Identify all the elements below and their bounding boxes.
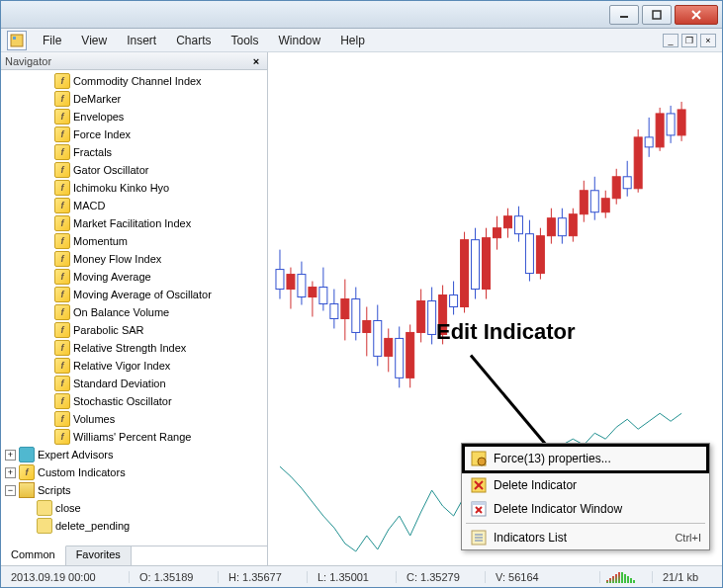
chart-area[interactable]: Edit Indicator Force(13) properties... D… (268, 52, 722, 565)
tree-indicator-12[interactable]: fMoving Average of Oscillator (1, 286, 267, 303)
tree-expert-advisors[interactable]: +Expert Advisors (1, 446, 267, 463)
svg-rect-73 (634, 137, 642, 189)
tree-indicator-8[interactable]: fMarket Facilitation Index (1, 214, 267, 232)
tree-indicator-16[interactable]: fRelative Vigor Index (1, 357, 267, 375)
tree-label: Market Facilitation Index (73, 214, 191, 232)
tree-custom-indicators[interactable]: +fCustom Indicators (1, 463, 267, 481)
tree-label: Williams' Percent Range (73, 428, 191, 446)
minimize-button[interactable] (609, 5, 639, 25)
svg-rect-49 (503, 216, 511, 228)
navigator-tree[interactable]: fCommodity Channel IndexfDeMarkerfEnvelo… (1, 70, 267, 546)
tree-label: Volumes (73, 410, 115, 428)
ic-indicator-icon: f (54, 287, 70, 302)
navigator-close-button[interactable]: × (249, 54, 263, 68)
ic-indicator-icon: f (54, 358, 70, 374)
ctx-separator (466, 523, 705, 524)
svg-rect-59 (558, 218, 566, 236)
svg-rect-17 (330, 304, 338, 319)
tree-indicator-11[interactable]: fMoving Average (1, 268, 267, 286)
svg-rect-61 (569, 214, 577, 236)
tree-indicator-17[interactable]: fStandard Deviation (1, 375, 267, 392)
svg-rect-77 (656, 114, 664, 147)
annotation-text: Edit Indicator (436, 319, 576, 345)
tree-script-1[interactable]: delete_pending (1, 517, 267, 535)
maximize-button[interactable] (642, 5, 672, 25)
svg-rect-75 (645, 137, 653, 147)
svg-rect-81 (678, 110, 685, 135)
navigator-header: Navigator × (1, 52, 267, 70)
ctx-properties[interactable]: Force(13) properties... (462, 444, 709, 473)
svg-rect-25 (374, 320, 382, 356)
menu-insert[interactable]: Insert (117, 31, 166, 50)
svg-rect-47 (494, 228, 501, 238)
child-minimize-button[interactable]: _ (663, 34, 678, 47)
tree-script-0[interactable]: close (1, 499, 267, 517)
navigator-panel: Navigator × fCommodity Channel IndexfDeM… (1, 52, 268, 565)
ic-script-icon (37, 500, 52, 516)
tab-favorites[interactable]: Favorites (66, 546, 132, 565)
tree-expander[interactable]: + (5, 450, 16, 461)
ic-script-icon (37, 518, 52, 534)
ic-indicator-icon: f (54, 144, 70, 160)
tree-label: Custom Indicators (38, 463, 126, 481)
child-restore-button[interactable]: ❐ (681, 34, 697, 47)
tree-label: Parabolic SAR (73, 321, 144, 339)
ctx-delete-indicator[interactable]: Delete Indicator (462, 473, 709, 497)
tree-expander[interactable]: − (5, 485, 16, 496)
svg-rect-79 (667, 114, 675, 135)
menu-file[interactable]: File (33, 31, 71, 50)
menu-view[interactable]: View (71, 31, 117, 50)
svg-rect-15 (319, 288, 327, 304)
svg-rect-51 (514, 216, 522, 234)
tree-indicator-3[interactable]: fForce Index (1, 126, 267, 143)
tree-indicator-6[interactable]: fIchimoku Kinko Hyo (1, 179, 267, 197)
child-close-button[interactable]: × (700, 34, 716, 47)
svg-rect-19 (341, 299, 349, 319)
tree-indicator-18[interactable]: fStochastic Oscillator (1, 392, 267, 410)
svg-rect-33 (417, 301, 425, 333)
tree-indicator-19[interactable]: fVolumes (1, 410, 267, 428)
tree-label: Relative Strength Index (73, 339, 186, 357)
svg-rect-69 (612, 177, 620, 199)
properties-icon (470, 450, 488, 467)
tree-indicator-9[interactable]: fMomentum (1, 232, 267, 250)
tree-indicator-1[interactable]: fDeMarker (1, 90, 267, 108)
ic-indicator-icon: f (54, 340, 70, 356)
tree-indicator-20[interactable]: fWilliams' Percent Range (1, 428, 267, 446)
ic-indicator-icon: f (54, 215, 70, 231)
menu-tools[interactable]: Tools (222, 31, 269, 50)
status-close: C: 1.35279 (397, 571, 486, 583)
tree-indicator-13[interactable]: fOn Balance Volume (1, 303, 267, 321)
tree-indicator-5[interactable]: fGator Oscillator (1, 161, 267, 179)
tree-indicator-14[interactable]: fParabolic SAR (1, 321, 267, 339)
tab-common[interactable]: Common (1, 546, 66, 565)
ic-indicator-icon: f (54, 91, 70, 107)
ic-indicator-icon: f (54, 393, 70, 409)
tree-expander[interactable]: + (5, 467, 16, 478)
tree-scripts[interactable]: −Scripts (1, 481, 267, 499)
ctx-delete-window-label: Delete Indicator Window (494, 502, 622, 516)
close-button[interactable] (675, 5, 718, 25)
ctx-indicators-list[interactable]: Indicators List Ctrl+I (462, 526, 709, 549)
svg-rect-57 (547, 218, 555, 236)
tree-indicator-4[interactable]: fFractals (1, 143, 267, 161)
ctx-delete-indicator-label: Delete Indicator (494, 478, 577, 492)
menu-help[interactable]: Help (330, 31, 375, 50)
tree-indicator-0[interactable]: fCommodity Channel Index (1, 72, 267, 90)
menu-charts[interactable]: Charts (166, 31, 221, 50)
status-low: L: 1.35001 (308, 571, 397, 583)
tree-indicator-10[interactable]: fMoney Flow Index (1, 250, 267, 268)
svg-rect-63 (580, 191, 587, 214)
ic-indicator-icon: f (54, 162, 70, 178)
svg-rect-11 (298, 275, 306, 297)
svg-rect-31 (407, 332, 414, 378)
tree-indicator-7[interactable]: fMACD (1, 197, 267, 214)
ctx-delete-window[interactable]: Delete Indicator Window (462, 497, 709, 521)
status-connection-icon (600, 571, 653, 583)
tree-indicator-2[interactable]: fEnvelopes (1, 108, 267, 126)
tree-label: Money Flow Index (73, 250, 161, 268)
tree-label: Expert Advisors (38, 446, 113, 463)
menu-window[interactable]: Window (269, 31, 331, 50)
tree-label: Standard Deviation (73, 375, 166, 392)
tree-indicator-15[interactable]: fRelative Strength Index (1, 339, 267, 357)
